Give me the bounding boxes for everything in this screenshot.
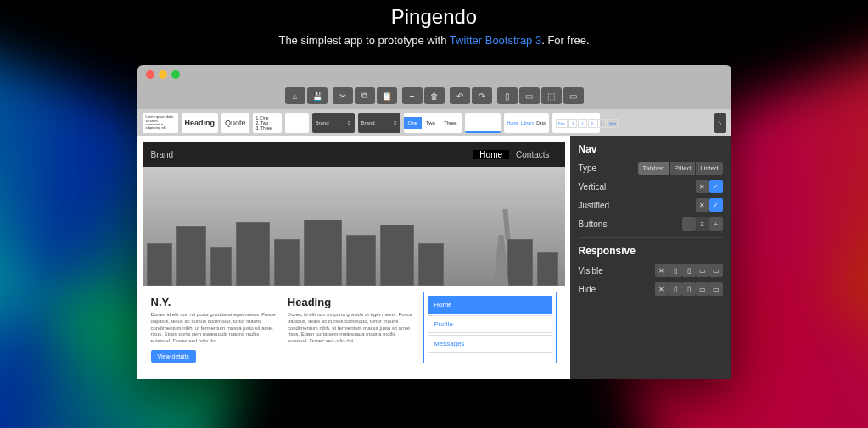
comp-navbar-dark2[interactable]: Brand≡ bbox=[358, 113, 400, 133]
statue-icon bbox=[489, 201, 514, 286]
inspector-section-responsive: Responsive bbox=[579, 245, 723, 257]
workspace: Brand Home Contacts bbox=[137, 136, 731, 379]
comp-progress[interactable] bbox=[465, 113, 501, 133]
copy-button[interactable]: ⧉ bbox=[355, 87, 375, 104]
close-icon[interactable] bbox=[146, 70, 154, 79]
visible-md[interactable]: ▭ bbox=[696, 264, 709, 277]
app-window: ⌂ 💾 ✂ ⧉ 📋 + 🗑 ↶ ↷ ▯ ▭ ⬚ ▭ Lorem ipsum do… bbox=[137, 65, 731, 379]
vertical-off[interactable]: ✕ bbox=[696, 180, 709, 193]
hide-sm[interactable]: ▯ bbox=[682, 282, 696, 296]
nav-tab-profile[interactable]: Profile bbox=[428, 315, 552, 333]
type-label: Type bbox=[579, 164, 597, 173]
vertical-on[interactable]: ✓ bbox=[709, 180, 723, 193]
maximize-icon[interactable] bbox=[171, 70, 180, 79]
component-bar: Lorem ipsum dolor sit amet, consectetur … bbox=[137, 109, 731, 136]
scroll-right-button[interactable]: › bbox=[714, 113, 726, 133]
comp-pagination[interactable]: Prev1234Next bbox=[552, 113, 600, 133]
home-button[interactable]: ⌂ bbox=[285, 87, 305, 104]
comp-breadcrumb[interactable]: Home Library Data bbox=[504, 113, 549, 133]
comp-tabs[interactable]: One Two Three bbox=[404, 113, 462, 133]
comp-heading[interactable]: Heading bbox=[182, 113, 219, 133]
tablet-view-button[interactable]: ▭ bbox=[519, 87, 540, 104]
visible-sm[interactable]: ▯ bbox=[682, 264, 696, 277]
preview-nav-contacts[interactable]: Contacts bbox=[509, 150, 556, 159]
paste-button[interactable]: 📋 bbox=[377, 87, 397, 104]
visible-xs[interactable]: ▯ bbox=[669, 264, 682, 277]
type-pilled[interactable]: Pilled bbox=[669, 162, 696, 175]
vertical-label: Vertical bbox=[579, 182, 607, 192]
hide-label: Hide bbox=[579, 285, 596, 294]
comp-navbar-dark[interactable]: Brand≡ bbox=[312, 113, 355, 133]
visible-lg[interactable]: ▭ bbox=[709, 264, 723, 277]
wide-view-button[interactable]: ▭ bbox=[563, 87, 584, 104]
preview-hero-image bbox=[143, 167, 565, 286]
add-button[interactable]: + bbox=[402, 87, 423, 104]
toolbar: ⌂ 💾 ✂ ⧉ 📋 + 🗑 ↶ ↷ ▯ ▭ ⬚ ▭ bbox=[137, 84, 731, 109]
canvas[interactable]: Brand Home Contacts bbox=[137, 136, 570, 379]
hide-lg[interactable]: ▭ bbox=[709, 282, 723, 296]
desktop-view-button[interactable]: ⬚ bbox=[541, 87, 562, 104]
save-button[interactable]: 💾 bbox=[307, 87, 328, 104]
hide-xs[interactable]: ▯ bbox=[669, 282, 682, 296]
justified-label: Justified bbox=[579, 201, 610, 210]
comp-blank[interactable] bbox=[285, 113, 309, 133]
type-tabbed[interactable]: Tabbed bbox=[638, 162, 669, 175]
undo-button[interactable]: ↶ bbox=[450, 87, 470, 104]
hide-off[interactable]: ✕ bbox=[655, 282, 669, 296]
justified-on[interactable]: ✓ bbox=[709, 198, 723, 212]
buttons-minus[interactable]: - bbox=[682, 217, 696, 231]
nav-tab-messages[interactable]: Messages bbox=[428, 335, 552, 353]
window-titlebar bbox=[137, 65, 731, 84]
hero: Pingendo The simplest app to prototype w… bbox=[0, 0, 868, 47]
preview-col-2: Heading Donec id elit non mi porta gravi… bbox=[286, 292, 417, 363]
inspector-section-nav: Nav bbox=[579, 143, 723, 155]
visible-off[interactable]: ✕ bbox=[655, 264, 669, 277]
nav-tab-home[interactable]: Home bbox=[428, 296, 552, 314]
buttons-plus[interactable]: + bbox=[709, 217, 723, 231]
buttons-label: Buttons bbox=[579, 220, 608, 229]
preview-col-1: N.Y. Donec id elit non mi porta gravida … bbox=[149, 292, 281, 363]
comp-quote[interactable]: Quote bbox=[221, 113, 249, 133]
preview-navbar: Brand Home Contacts bbox=[143, 142, 565, 167]
delete-button[interactable]: 🗑 bbox=[424, 87, 445, 104]
mobile-view-button[interactable]: ▯ bbox=[497, 87, 518, 104]
preview-col-3[interactable]: Home Profile Messages bbox=[423, 292, 557, 363]
preview-nav-home[interactable]: Home bbox=[473, 150, 509, 159]
bootstrap-link[interactable]: Twitter Bootstrap 3 bbox=[450, 34, 541, 47]
type-listed[interactable]: Listed bbox=[695, 162, 722, 175]
cut-button[interactable]: ✂ bbox=[333, 87, 353, 104]
comp-list[interactable]: 1. One 2. Two 3. Three bbox=[253, 113, 282, 133]
buttons-value: 3 bbox=[696, 217, 709, 231]
view-details-button[interactable]: View details bbox=[151, 350, 196, 363]
inspector-panel: Nav Type Tabbed Pilled Listed Vertical ✕… bbox=[570, 136, 731, 379]
justified-off[interactable]: ✕ bbox=[696, 198, 709, 212]
minimize-icon[interactable] bbox=[159, 70, 167, 79]
hide-md[interactable]: ▭ bbox=[696, 282, 709, 296]
comp-text[interactable]: Lorem ipsum dolor sit amet, consectetur … bbox=[143, 113, 178, 133]
preview-brand[interactable]: Brand bbox=[151, 150, 174, 159]
visible-label: Visible bbox=[579, 266, 603, 275]
redo-button[interactable]: ↷ bbox=[472, 87, 492, 104]
page-title: Pingendo bbox=[0, 5, 868, 29]
page-subtitle: The simplest app to prototype with Twitt… bbox=[0, 34, 868, 47]
